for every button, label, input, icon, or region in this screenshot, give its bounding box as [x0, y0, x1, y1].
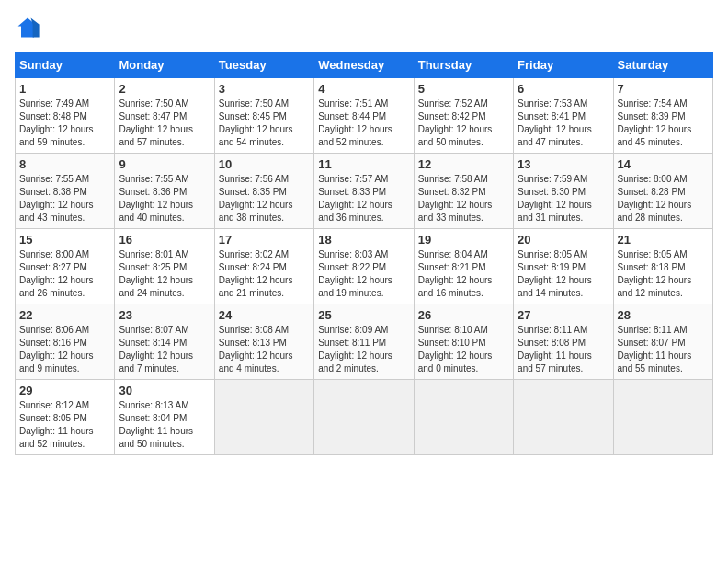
day-number: 20	[518, 233, 609, 247]
calendar-day-cell: 20 Sunrise: 8:05 AMSunset: 8:19 PMDaylig…	[514, 229, 613, 304]
day-info: Sunrise: 8:00 AMSunset: 8:28 PMDaylight:…	[618, 173, 709, 224]
day-info: Sunrise: 8:11 AMSunset: 8:08 PMDaylight:…	[518, 324, 609, 375]
day-number: 2	[119, 82, 210, 96]
day-number: 13	[518, 157, 609, 171]
calendar-day-cell	[414, 380, 513, 455]
calendar-day-cell: 26 Sunrise: 8:10 AMSunset: 8:10 PMDaylig…	[414, 304, 513, 380]
calendar-day-cell: 18 Sunrise: 8:03 AMSunset: 8:22 PMDaylig…	[314, 229, 414, 304]
day-number: 15	[19, 233, 110, 247]
col-saturday: Saturday	[613, 52, 712, 78]
calendar-day-cell: 30 Sunrise: 8:13 AMSunset: 8:04 PMDaylig…	[115, 380, 214, 455]
day-info: Sunrise: 8:05 AMSunset: 8:19 PMDaylight:…	[518, 248, 609, 300]
day-number: 5	[418, 82, 509, 96]
calendar-day-cell: 10 Sunrise: 7:56 AMSunset: 8:35 PMDaylig…	[214, 154, 313, 229]
calendar-day-cell: 2 Sunrise: 7:50 AMSunset: 8:47 PMDayligh…	[115, 78, 214, 154]
day-number: 9	[119, 157, 210, 171]
calendar-day-cell: 11 Sunrise: 7:57 AMSunset: 8:33 PMDaylig…	[314, 154, 414, 229]
day-info: Sunrise: 7:50 AMSunset: 8:47 PMDaylight:…	[119, 98, 210, 149]
day-number: 30	[119, 384, 210, 397]
calendar-day-cell: 25 Sunrise: 8:09 AMSunset: 8:11 PMDaylig…	[314, 304, 414, 380]
calendar-day-cell: 4 Sunrise: 7:51 AMSunset: 8:44 PMDayligh…	[314, 78, 414, 154]
col-sunday: Sunday	[16, 52, 115, 78]
day-number: 7	[618, 82, 709, 96]
calendar-week-row: 1 Sunrise: 7:49 AMSunset: 8:48 PMDayligh…	[16, 78, 713, 154]
day-number: 16	[119, 233, 210, 247]
day-number: 25	[318, 308, 409, 322]
calendar-day-cell: 23 Sunrise: 8:07 AMSunset: 8:14 PMDaylig…	[115, 304, 214, 380]
calendar-day-cell: 17 Sunrise: 8:02 AMSunset: 8:24 PMDaylig…	[214, 229, 313, 304]
day-info: Sunrise: 8:05 AMSunset: 8:18 PMDaylight:…	[618, 248, 709, 300]
day-number: 1	[19, 82, 110, 96]
col-wednesday: Wednesday	[314, 52, 414, 78]
day-number: 29	[19, 384, 110, 397]
day-info: Sunrise: 8:00 AMSunset: 8:27 PMDaylight:…	[19, 248, 110, 300]
day-number: 8	[19, 157, 110, 171]
day-number: 26	[418, 308, 509, 322]
day-number: 4	[318, 82, 409, 96]
calendar-day-cell: 19 Sunrise: 8:04 AMSunset: 8:21 PMDaylig…	[414, 229, 513, 304]
day-info: Sunrise: 7:55 AMSunset: 8:36 PMDaylight:…	[119, 173, 210, 224]
calendar-day-cell: 5 Sunrise: 7:52 AMSunset: 8:42 PMDayligh…	[414, 78, 513, 154]
calendar-day-cell: 15 Sunrise: 8:00 AMSunset: 8:27 PMDaylig…	[16, 229, 115, 304]
calendar-day-cell: 3 Sunrise: 7:50 AMSunset: 8:45 PMDayligh…	[214, 78, 313, 154]
day-number: 24	[219, 308, 310, 322]
day-info: Sunrise: 7:54 AMSunset: 8:39 PMDaylight:…	[618, 98, 709, 149]
calendar-day-cell	[214, 380, 313, 455]
day-number: 28	[618, 308, 709, 322]
day-info: Sunrise: 8:06 AMSunset: 8:16 PMDaylight:…	[19, 324, 110, 375]
page-header	[15, 15, 713, 40]
day-info: Sunrise: 7:57 AMSunset: 8:33 PMDaylight:…	[318, 173, 409, 224]
day-number: 19	[418, 233, 509, 247]
calendar-table: Sunday Monday Tuesday Wednesday Thursday…	[15, 52, 713, 455]
day-number: 6	[518, 82, 609, 96]
day-number: 27	[518, 308, 609, 322]
calendar-week-row: 29 Sunrise: 8:12 AMSunset: 8:05 PMDaylig…	[16, 380, 713, 455]
calendar-day-cell	[314, 380, 414, 455]
day-number: 12	[418, 157, 509, 171]
day-info: Sunrise: 8:10 AMSunset: 8:10 PMDaylight:…	[418, 324, 509, 375]
calendar-day-cell: 27 Sunrise: 8:11 AMSunset: 8:08 PMDaylig…	[514, 304, 613, 380]
calendar-day-cell: 6 Sunrise: 7:53 AMSunset: 8:41 PMDayligh…	[514, 78, 613, 154]
calendar-week-row: 8 Sunrise: 7:55 AMSunset: 8:38 PMDayligh…	[16, 154, 713, 229]
day-info: Sunrise: 8:12 AMSunset: 8:05 PMDaylight:…	[19, 399, 110, 451]
day-number: 23	[119, 308, 210, 322]
day-info: Sunrise: 7:58 AMSunset: 8:32 PMDaylight:…	[418, 173, 509, 224]
day-info: Sunrise: 8:07 AMSunset: 8:14 PMDaylight:…	[119, 324, 210, 375]
day-info: Sunrise: 8:01 AMSunset: 8:25 PMDaylight:…	[119, 248, 210, 300]
day-info: Sunrise: 8:03 AMSunset: 8:22 PMDaylight:…	[318, 248, 409, 300]
day-number: 22	[19, 308, 110, 322]
calendar-day-cell	[613, 380, 712, 455]
calendar-day-cell: 29 Sunrise: 8:12 AMSunset: 8:05 PMDaylig…	[16, 380, 115, 455]
calendar-day-cell: 9 Sunrise: 7:55 AMSunset: 8:36 PMDayligh…	[115, 154, 214, 229]
day-number: 21	[618, 233, 709, 247]
calendar-day-cell: 22 Sunrise: 8:06 AMSunset: 8:16 PMDaylig…	[16, 304, 115, 380]
day-info: Sunrise: 8:09 AMSunset: 8:11 PMDaylight:…	[318, 324, 409, 375]
day-number: 17	[219, 233, 310, 247]
day-info: Sunrise: 7:52 AMSunset: 8:42 PMDaylight:…	[418, 98, 509, 149]
day-info: Sunrise: 8:13 AMSunset: 8:04 PMDaylight:…	[119, 399, 210, 451]
day-info: Sunrise: 8:04 AMSunset: 8:21 PMDaylight:…	[418, 248, 509, 300]
calendar-day-cell: 14 Sunrise: 8:00 AMSunset: 8:28 PMDaylig…	[613, 154, 712, 229]
day-number: 11	[318, 157, 409, 171]
day-number: 3	[219, 82, 310, 96]
day-info: Sunrise: 7:55 AMSunset: 8:38 PMDaylight:…	[19, 173, 110, 224]
logo	[15, 15, 44, 40]
day-info: Sunrise: 8:11 AMSunset: 8:07 PMDaylight:…	[618, 324, 709, 375]
day-info: Sunrise: 8:08 AMSunset: 8:13 PMDaylight:…	[219, 324, 310, 375]
day-info: Sunrise: 8:02 AMSunset: 8:24 PMDaylight:…	[219, 248, 310, 300]
calendar-week-row: 15 Sunrise: 8:00 AMSunset: 8:27 PMDaylig…	[16, 229, 713, 304]
day-info: Sunrise: 7:50 AMSunset: 8:45 PMDaylight:…	[219, 98, 310, 149]
calendar-day-cell: 13 Sunrise: 7:59 AMSunset: 8:30 PMDaylig…	[514, 154, 613, 229]
calendar-day-cell: 16 Sunrise: 8:01 AMSunset: 8:25 PMDaylig…	[115, 229, 214, 304]
calendar-week-row: 22 Sunrise: 8:06 AMSunset: 8:16 PMDaylig…	[16, 304, 713, 380]
day-number: 14	[618, 157, 709, 171]
day-info: Sunrise: 7:53 AMSunset: 8:41 PMDaylight:…	[518, 98, 609, 149]
calendar-day-cell: 24 Sunrise: 8:08 AMSunset: 8:13 PMDaylig…	[214, 304, 313, 380]
day-number: 10	[219, 157, 310, 171]
calendar-day-cell: 1 Sunrise: 7:49 AMSunset: 8:48 PMDayligh…	[16, 78, 115, 154]
calendar-day-cell: 28 Sunrise: 8:11 AMSunset: 8:07 PMDaylig…	[613, 304, 712, 380]
col-thursday: Thursday	[414, 52, 513, 78]
calendar-day-cell: 12 Sunrise: 7:58 AMSunset: 8:32 PMDaylig…	[414, 154, 513, 229]
col-tuesday: Tuesday	[214, 52, 313, 78]
calendar-day-cell	[514, 380, 613, 455]
